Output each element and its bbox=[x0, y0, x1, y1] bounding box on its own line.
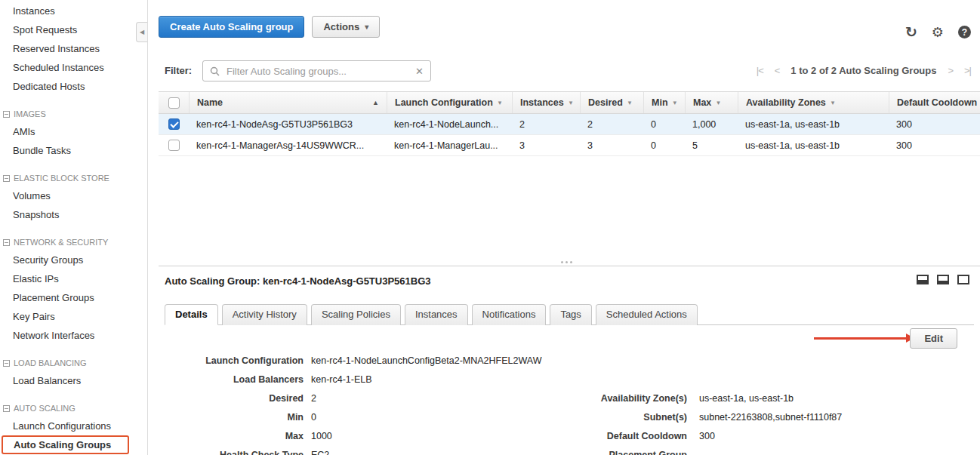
details-tabs: Details Activity History Scaling Policie… bbox=[165, 303, 974, 325]
column-menu-icon: ▾ bbox=[498, 99, 502, 106]
collapse-section-icon bbox=[3, 360, 10, 367]
sidebar-section-label: NETWORK & SECURITY bbox=[14, 238, 108, 247]
column-label: Name bbox=[197, 97, 223, 108]
field-value: us-east-1a, us-east-1b bbox=[687, 393, 980, 404]
column-header-min[interactable]: Min ▾ bbox=[643, 92, 685, 113]
actions-button-label: Actions bbox=[323, 21, 359, 32]
pagination-first-icon[interactable]: |< bbox=[757, 65, 763, 76]
pagination-prev-icon[interactable]: < bbox=[775, 65, 780, 76]
tab-instances[interactable]: Instances bbox=[405, 304, 468, 325]
sidebar-item-snapshots[interactable]: Snapshots bbox=[0, 205, 147, 224]
column-header-availability-zones[interactable]: Availability Zones ▾ bbox=[738, 92, 889, 113]
search-icon bbox=[210, 66, 220, 76]
field-row: Min 0 Subnet(s) subnet-22163808,subnet-f… bbox=[165, 407, 980, 426]
column-menu-icon: ▾ bbox=[628, 99, 632, 106]
tab-activity-history[interactable]: Activity History bbox=[222, 304, 307, 325]
table-row[interactable]: ken-rc4-1-ManagerAsg-14US9WWCR... ken-rc… bbox=[159, 135, 980, 156]
field-row: Load Balancers ken-rc4-1-ELB bbox=[165, 370, 980, 389]
tab-notifications[interactable]: Notifications bbox=[472, 304, 547, 325]
sidebar-item-reserved-instances[interactable]: Reserved Instances bbox=[0, 39, 147, 58]
field-row: Launch Configuration ken-rc4-1-NodeLaunc… bbox=[165, 351, 980, 370]
field-value: ken-rc4-1-NodeLaunchConfigBeta2-MNA2HFEL… bbox=[304, 355, 541, 366]
column-label: Min bbox=[652, 97, 668, 108]
cell-default-cooldown: 300 bbox=[889, 119, 980, 130]
collapse-section-icon bbox=[3, 405, 10, 412]
field-row: Health Check Type EC2 Placement Group bbox=[165, 445, 980, 455]
sidebar-section-images[interactable]: IMAGES bbox=[0, 106, 147, 122]
help-icon[interactable]: ? bbox=[958, 26, 971, 38]
sidebar-item-auto-scaling-groups[interactable]: Auto Scaling Groups bbox=[2, 435, 129, 454]
sidebar-item-bundle-tasks[interactable]: Bundle Tasks bbox=[0, 141, 147, 160]
field-label: Placement Group bbox=[557, 450, 687, 455]
sidebar-item-scheduled-instances[interactable]: Scheduled Instances bbox=[0, 58, 147, 77]
clear-filter-icon[interactable]: ✕ bbox=[415, 66, 424, 76]
splitter-drag-handle[interactable] bbox=[561, 261, 572, 263]
column-header-name[interactable]: Name ▲ bbox=[189, 92, 387, 113]
sidebar-item-load-balancers[interactable]: Load Balancers bbox=[0, 371, 147, 390]
asg-table: Name ▲ Launch Configuration ▾ Instances … bbox=[159, 91, 980, 156]
sidebar-item-instances[interactable]: Instances bbox=[0, 2, 147, 20]
field-label: Availability Zone(s) bbox=[557, 393, 687, 404]
collapse-arrow-icon: ◀ bbox=[140, 29, 144, 35]
cell-min: 0 bbox=[643, 119, 685, 130]
select-all-cell bbox=[159, 92, 189, 113]
sidebar-section-elastic-block-store[interactable]: ELASTIC BLOCK STORE bbox=[0, 170, 147, 186]
refresh-icon[interactable]: ↻ bbox=[905, 25, 917, 39]
bottom-pane-icon[interactable] bbox=[937, 275, 949, 284]
tab-scaling-policies[interactable]: Scaling Policies bbox=[311, 304, 401, 325]
sidebar-section-auto-scaling[interactable]: AUTO SCALING bbox=[0, 400, 147, 417]
column-label: Desired bbox=[588, 97, 623, 108]
sidebar-collapse-handle[interactable]: ◀ bbox=[136, 22, 147, 42]
sidebar-item-amis[interactable]: AMIs bbox=[0, 122, 147, 141]
sidebar-item-spot-requests[interactable]: Spot Requests bbox=[0, 20, 147, 39]
column-header-instances[interactable]: Instances ▾ bbox=[512, 92, 580, 113]
row-checkbox[interactable] bbox=[168, 140, 180, 151]
sidebar-item-key-pairs[interactable]: Key Pairs bbox=[0, 307, 147, 326]
sidebar-item-network-interfaces[interactable]: Network Interfaces bbox=[0, 326, 147, 345]
column-header-desired[interactable]: Desired ▾ bbox=[580, 92, 643, 113]
sidebar-item-volumes[interactable]: Volumes bbox=[0, 186, 147, 205]
column-label: Instances bbox=[520, 97, 564, 108]
sidebar-section-load-balancing[interactable]: LOAD BALANCING bbox=[0, 355, 147, 371]
sidebar-item-placement-groups[interactable]: Placement Groups bbox=[0, 288, 147, 307]
column-header-default-cooldown[interactable]: Default Cooldown bbox=[889, 92, 980, 113]
sidebar-item-dedicated-hosts[interactable]: Dedicated Hosts bbox=[0, 77, 147, 96]
column-header-max[interactable]: Max ▾ bbox=[685, 92, 738, 113]
sidebar-section-network-security[interactable]: NETWORK & SECURITY bbox=[0, 234, 147, 251]
sidebar-section-label: ELASTIC BLOCK STORE bbox=[14, 174, 109, 183]
sidebar-item-elastic-ips[interactable]: Elastic IPs bbox=[0, 269, 147, 288]
full-pane-icon[interactable] bbox=[957, 275, 969, 284]
field-label: Subnet(s) bbox=[557, 412, 687, 423]
pagination-next-icon[interactable]: > bbox=[948, 65, 953, 76]
field-value: ken-rc4-1-ELB bbox=[304, 374, 557, 385]
gear-icon[interactable]: ⚙ bbox=[932, 26, 944, 39]
field-label: Min bbox=[165, 412, 304, 423]
create-auto-scaling-group-button[interactable]: Create Auto Scaling group bbox=[159, 16, 304, 38]
table-header-row: Name ▲ Launch Configuration ▾ Instances … bbox=[159, 91, 980, 114]
sort-ascending-icon: ▲ bbox=[372, 99, 379, 106]
edit-button[interactable]: Edit bbox=[910, 328, 957, 349]
select-all-checkbox[interactable] bbox=[168, 97, 180, 109]
sidebar-item-launch-configurations[interactable]: Launch Configurations bbox=[0, 417, 147, 435]
cell-availability-zones: us-east-1a, us-east-1b bbox=[738, 119, 889, 130]
pagination: |< < 1 to 2 of 2 Auto Scaling Groups > >… bbox=[757, 65, 971, 76]
cell-max: 1,000 bbox=[685, 119, 738, 130]
row-checkbox[interactable] bbox=[168, 118, 180, 130]
split-pane-icon[interactable] bbox=[917, 275, 929, 284]
sidebar-item-security-groups[interactable]: Security Groups bbox=[0, 251, 147, 269]
column-label: Launch Configuration bbox=[395, 97, 493, 108]
filter-search-box[interactable]: ✕ bbox=[202, 60, 431, 81]
cell-name: ken-rc4-1-ManagerAsg-14US9WWCR... bbox=[189, 140, 387, 151]
field-value: EC2 bbox=[304, 450, 557, 455]
tab-details[interactable]: Details bbox=[165, 304, 218, 325]
actions-button[interactable]: Actions ▾ bbox=[312, 16, 380, 38]
filter-input[interactable] bbox=[225, 65, 410, 78]
column-header-launch-configuration[interactable]: Launch Configuration ▾ bbox=[387, 92, 512, 113]
tab-tags[interactable]: Tags bbox=[550, 304, 591, 325]
table-row[interactable]: ken-rc4-1-NodeAsg-G5TU3P561BG3 ken-rc4-1… bbox=[159, 114, 980, 135]
pagination-last-icon[interactable]: >| bbox=[964, 65, 971, 76]
sidebar-section-label: IMAGES bbox=[14, 109, 46, 118]
collapse-section-icon bbox=[3, 111, 10, 118]
header-icons: ↻ ⚙ ? bbox=[905, 25, 971, 39]
tab-scheduled-actions[interactable]: Scheduled Actions bbox=[596, 304, 698, 325]
